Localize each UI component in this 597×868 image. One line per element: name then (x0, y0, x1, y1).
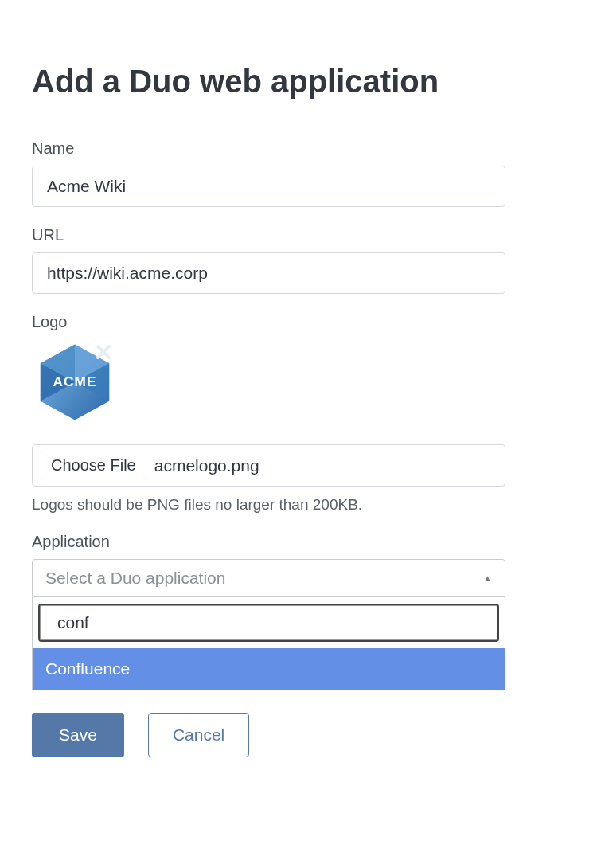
url-label: URL (32, 226, 565, 244)
dropdown-search-wrap (33, 597, 505, 648)
application-dropdown-panel: Confluence (32, 597, 505, 690)
remove-logo-button[interactable] (92, 341, 115, 363)
logo-helper-text: Logos should be PNG files no larger than… (32, 496, 565, 514)
button-row: Save Cancel (32, 713, 565, 757)
application-option-confluence[interactable]: Confluence (33, 648, 505, 690)
chevron-up-icon: ▲ (483, 573, 492, 583)
application-label: Application (32, 533, 565, 551)
name-label: Name (32, 139, 565, 158)
application-select-placeholder: Select a Duo application (45, 569, 225, 588)
file-input-wrap: Choose File acmelogo.png (32, 444, 505, 487)
logo-preview: ACME (32, 339, 118, 425)
url-field-group: URL (32, 226, 565, 294)
logo-brand-text: ACME (53, 373, 96, 389)
page-title: Add a Duo web application (32, 64, 565, 100)
save-button[interactable]: Save (32, 713, 124, 757)
name-field-group: Name (32, 139, 565, 207)
logo-label: Logo (32, 313, 565, 331)
application-search-input[interactable] (38, 604, 499, 642)
cancel-button[interactable]: Cancel (148, 713, 249, 757)
logo-field-group: Logo ACME Choose File acmelogo.png (32, 313, 565, 514)
name-input[interactable] (32, 166, 505, 207)
application-select-trigger[interactable]: Select a Duo application ▲ (32, 559, 505, 597)
application-field-group: Application Select a Duo application ▲ C… (32, 533, 565, 690)
url-input[interactable] (32, 252, 505, 294)
application-select: Select a Duo application ▲ Confluence (32, 559, 505, 690)
choose-file-button[interactable]: Choose File (41, 452, 146, 479)
selected-file-name: acmelogo.png (154, 456, 259, 475)
close-icon (95, 343, 112, 361)
